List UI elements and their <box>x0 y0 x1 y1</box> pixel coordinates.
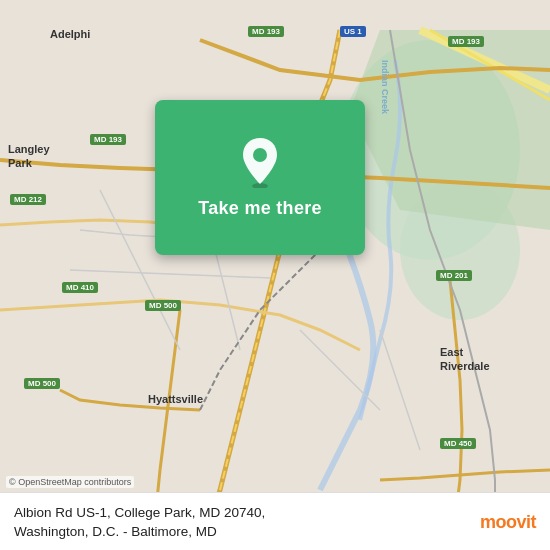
badge-md212: MD 212 <box>10 194 46 205</box>
address-line1: Albion Rd US-1, College Park, MD 20740, <box>14 504 468 523</box>
label-east-riverdale: EastRiverdale <box>440 345 490 374</box>
label-indian-creek: Indian Creek <box>380 60 390 114</box>
address-text-block: Albion Rd US-1, College Park, MD 20740, … <box>14 504 468 542</box>
take-me-there-button[interactable]: Take me there <box>198 198 322 219</box>
badge-md193-right: MD 193 <box>448 36 484 47</box>
badge-md410: MD 410 <box>62 282 98 293</box>
label-hyattsville: Hyattsville <box>148 393 203 405</box>
map-attribution: © OpenStreetMap contributors <box>6 476 134 488</box>
address-line2: Washington, D.C. - Baltimore, MD <box>14 523 468 542</box>
badge-md500-top: MD 500 <box>145 300 181 311</box>
label-langley-park: LangleyPark <box>8 142 50 171</box>
badge-md193-top: MD 193 <box>248 26 284 37</box>
map-container: MD 193 US 1 MD 193 MD 193 MD 212 MD 410 … <box>0 0 550 550</box>
badge-md201: MD 201 <box>436 270 472 281</box>
label-adelphi: Adelphi <box>50 28 90 40</box>
destination-card: Take me there <box>155 100 365 255</box>
location-pin-icon <box>238 136 282 188</box>
badge-md500-bot: MD 500 <box>24 378 60 389</box>
moovit-logo-text: moovit <box>480 512 536 533</box>
badge-md450: MD 450 <box>440 438 476 449</box>
svg-point-5 <box>253 148 267 162</box>
badge-us1: US 1 <box>340 26 366 37</box>
address-bar: Albion Rd US-1, College Park, MD 20740, … <box>0 492 550 550</box>
badge-md193-mid: MD 193 <box>90 134 126 145</box>
moovit-logo: moovit <box>480 512 536 533</box>
